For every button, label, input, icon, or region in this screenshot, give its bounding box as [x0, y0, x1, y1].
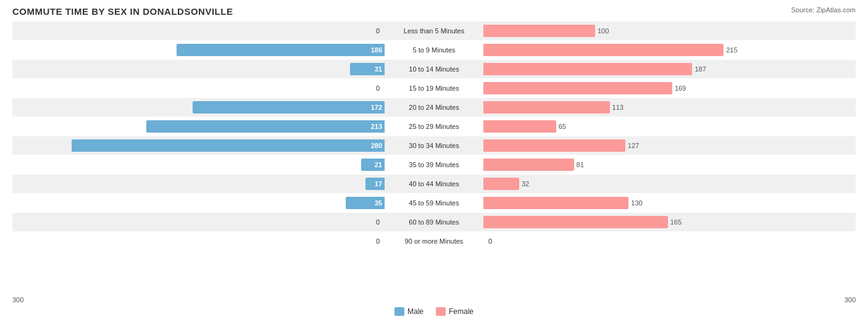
female-value: 127	[628, 142, 639, 149]
male-color-box	[394, 307, 404, 316]
row-label: 15 to 19 Minutes	[385, 85, 483, 92]
table-row: 20 to 24 Minutes172113	[12, 98, 856, 117]
female-value: 215	[726, 46, 737, 54]
table-row: 45 to 59 Minutes35130	[12, 194, 856, 212]
row-label: 25 to 29 Minutes	[385, 123, 483, 130]
row-label: Less than 5 Minutes	[385, 27, 483, 35]
row-label: 45 to 59 Minutes	[385, 199, 483, 207]
row-label: 5 to 9 Minutes	[385, 46, 483, 54]
female-bar	[483, 44, 724, 56]
table-row: 40 to 44 Minutes1732	[12, 175, 856, 193]
female-value: 32	[522, 180, 529, 188]
male-value: 31	[375, 65, 382, 73]
male-value: 213	[371, 123, 382, 130]
male-value: 280	[371, 142, 382, 149]
row-label: 35 to 39 Minutes	[385, 161, 483, 168]
legend: Male Female	[394, 307, 474, 316]
male-value: 172	[371, 104, 382, 111]
female-value: 100	[598, 27, 609, 35]
female-value: 81	[577, 161, 584, 168]
row-label: 30 to 34 Minutes	[385, 142, 483, 149]
axis-left-label: 300	[12, 296, 23, 303]
table-row: 5 to 9 Minutes186215	[12, 41, 856, 59]
male-value: 0	[376, 218, 380, 226]
female-bar	[483, 159, 574, 171]
female-value: 130	[631, 199, 642, 207]
male-value: 186	[371, 46, 382, 54]
female-value: 65	[559, 123, 566, 130]
female-bar	[483, 197, 628, 209]
female-value: 169	[675, 85, 686, 92]
female-color-box	[436, 307, 446, 316]
row-label: 40 to 44 Minutes	[385, 180, 483, 188]
chart-container: COMMUTE TIME BY SEX IN DONALDSONVILLE So…	[0, 0, 868, 322]
male-bar	[72, 139, 385, 152]
female-bar	[483, 25, 595, 37]
female-bar	[483, 63, 692, 75]
source-text: Source: ZipAtlas.com	[791, 6, 856, 14]
female-bar	[483, 139, 625, 152]
row-label: 10 to 14 Minutes	[385, 65, 483, 73]
female-value: 187	[695, 65, 706, 73]
female-label: Female	[449, 307, 474, 316]
table-row: 10 to 14 Minutes31187	[12, 60, 856, 78]
table-row: 60 to 89 Minutes0165	[12, 213, 856, 231]
female-bar	[483, 216, 668, 228]
female-bar	[483, 120, 556, 133]
table-row: 25 to 29 Minutes21365	[12, 117, 856, 136]
axis-right-label: 300	[845, 296, 856, 303]
chart-title: COMMUTE TIME BY SEX IN DONALDSONVILLE	[12, 6, 856, 17]
male-bar	[146, 120, 385, 133]
row-label: 20 to 24 Minutes	[385, 104, 483, 111]
table-row: 30 to 34 Minutes280127	[12, 136, 856, 155]
table-row: Less than 5 Minutes0100	[12, 22, 856, 40]
female-value: 165	[670, 218, 682, 226]
male-value: 21	[375, 161, 382, 168]
table-row: 35 to 39 Minutes2181	[12, 155, 856, 174]
male-value: 35	[375, 199, 382, 207]
female-bar	[483, 82, 672, 94]
female-value: 0	[488, 237, 492, 245]
male-value: 0	[376, 237, 380, 245]
male-bar	[193, 101, 385, 114]
male-label: Male	[407, 307, 424, 316]
female-bar	[483, 101, 610, 114]
female-value: 113	[612, 104, 624, 111]
male-value: 17	[375, 180, 382, 188]
row-label: 90 or more Minutes	[385, 237, 483, 245]
chart-area: Less than 5 Minutes01005 to 9 Minutes186…	[12, 22, 856, 275]
legend-female: Female	[436, 307, 474, 316]
male-bar	[177, 44, 385, 56]
male-value: 0	[376, 85, 380, 92]
female-bar	[483, 178, 519, 190]
table-row: 90 or more Minutes00	[12, 232, 856, 250]
male-value: 0	[376, 27, 380, 35]
legend-male: Male	[394, 307, 424, 316]
table-row: 15 to 19 Minutes0169	[12, 79, 856, 97]
row-label: 60 to 89 Minutes	[385, 218, 483, 226]
